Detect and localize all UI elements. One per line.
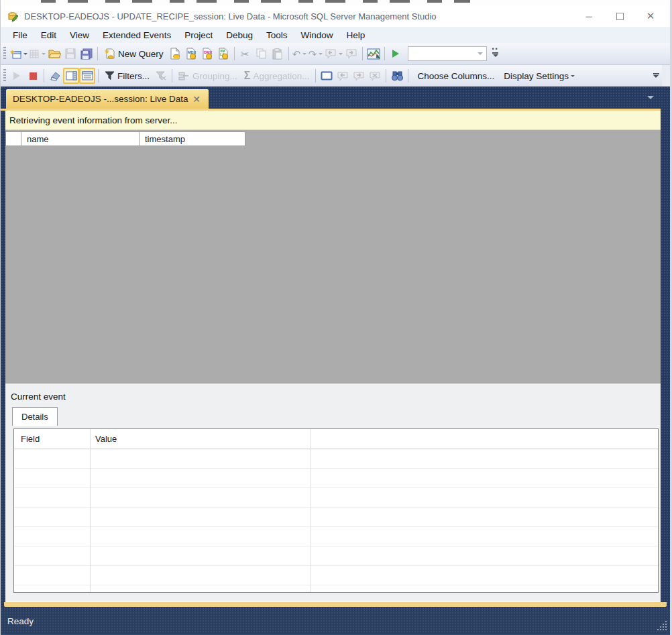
- choose-columns-label: Choose Columns...: [417, 71, 494, 81]
- grouping-label: Grouping...: [192, 71, 237, 81]
- overflow-bar-icon: [653, 73, 659, 74]
- undo-icon: ↶: [292, 49, 301, 59]
- menu-debug[interactable]: Debug: [219, 28, 260, 42]
- menu-extended-events[interactable]: Extended Events: [96, 28, 178, 42]
- minimize-button[interactable]: ─: [573, 7, 604, 25]
- menu-tools[interactable]: Tools: [260, 28, 294, 42]
- toggle-bookmark-button[interactable]: [319, 68, 335, 84]
- undo-button[interactable]: ↶: [292, 46, 308, 62]
- tab-close-icon[interactable]: ✕: [191, 94, 202, 105]
- live-data-document-tab[interactable]: DESKTOP-EADEOJS -...session: Live Data ✕: [6, 89, 209, 109]
- clear-bookmarks-button[interactable]: [367, 68, 383, 84]
- extended-events-toolbar: Filters... Grouping... Σ Aggregation...: [1, 64, 670, 86]
- close-button[interactable]: ✕: [635, 7, 666, 25]
- paste-button[interactable]: [270, 46, 286, 62]
- new-query-button[interactable]: ★ New Query: [101, 46, 167, 62]
- grouping-button[interactable]: Grouping...: [175, 68, 241, 84]
- ssms-window: DESKTOP-EADEOJS - UPDATE_RECIPE_session:…: [0, 0, 672, 635]
- toggle-column-layout-button[interactable]: [79, 68, 95, 84]
- menu-file[interactable]: File: [6, 28, 34, 42]
- document-tab-strip: DESKTOP-EADEOJS -...session: Live Data ✕: [1, 86, 661, 111]
- aggregation-button[interactable]: Σ Aggregation...: [241, 68, 313, 84]
- ssms-app-icon: [7, 11, 19, 22]
- database-engine-query-button[interactable]: [167, 46, 183, 62]
- new-project-button[interactable]: ★: [9, 46, 28, 62]
- menu-edit[interactable]: Edit: [34, 28, 63, 42]
- field-value-empty-row: [14, 469, 658, 488]
- clear-data-button[interactable]: [47, 68, 63, 84]
- filters-label: Filters...: [117, 71, 150, 81]
- toolbar-options-button[interactable]: [650, 67, 662, 84]
- maximize-button[interactable]: [604, 7, 635, 25]
- add-item-caret-icon: [42, 53, 46, 57]
- toolbar-separator: [384, 47, 385, 60]
- save-button[interactable]: [62, 46, 78, 62]
- cut-button[interactable]: ✂: [237, 46, 254, 62]
- play-icon: [392, 50, 399, 58]
- events-grid-header: name timestamp: [5, 131, 661, 146]
- events-grid: name timestamp: [5, 130, 661, 384]
- copy-button[interactable]: [254, 46, 270, 62]
- toolbar-combobox[interactable]: [408, 46, 487, 61]
- dmx-query-button[interactable]: DMX: [199, 46, 215, 62]
- add-item-button[interactable]: [28, 46, 46, 62]
- navigate-forward-button[interactable]: [343, 46, 359, 62]
- standard-toolbar: ★: [1, 43, 670, 64]
- current-event-pane: Current event Details Field Value: [5, 384, 661, 601]
- tab-list-dropdown-icon[interactable]: [647, 96, 654, 103]
- field-column-header[interactable]: Field: [14, 434, 90, 444]
- events-grid-column-name[interactable]: name: [21, 131, 139, 146]
- current-event-title: Current event: [11, 392, 661, 402]
- field-value-header: Field Value: [14, 429, 658, 449]
- toolbar-separator: [288, 47, 289, 60]
- activity-monitor-button[interactable]: [366, 46, 382, 62]
- display-settings-caret-icon: [571, 75, 575, 79]
- display-settings-label: Display Settings: [504, 71, 569, 81]
- redo-button[interactable]: ↷: [308, 46, 324, 62]
- navigate-backward-button[interactable]: [324, 46, 343, 62]
- xmla-query-button[interactable]: XM LA: [215, 46, 231, 62]
- execute-button[interactable]: [388, 46, 404, 62]
- events-grid-column-timestamp[interactable]: timestamp: [139, 131, 245, 146]
- live-data-document: Retrieving event information from server…: [5, 111, 661, 602]
- redo-caret-icon: [319, 53, 323, 57]
- menu-window[interactable]: Window: [294, 28, 339, 42]
- field-value-empty-row: [14, 488, 658, 508]
- find-button[interactable]: [389, 68, 405, 84]
- choose-columns-button[interactable]: Choose Columns...: [411, 68, 498, 84]
- next-bookmark-button[interactable]: [351, 68, 367, 84]
- field-value-empty-row: [14, 449, 658, 469]
- overflow-caret-icon: [493, 54, 498, 60]
- document-tab-label: DESKTOP-EADEOJS -...session: Live Data: [13, 94, 188, 104]
- close-icon: ✕: [647, 10, 655, 22]
- open-file-button[interactable]: [46, 46, 62, 62]
- field-value-table: Field Value: [13, 428, 659, 593]
- scissors-icon: ✂: [241, 49, 249, 59]
- toggle-details-pane-button[interactable]: [63, 68, 79, 84]
- toolbar-grip[interactable]: [3, 47, 6, 60]
- value-column-header[interactable]: Value: [90, 434, 117, 444]
- stop-feed-button[interactable]: [25, 68, 41, 84]
- stop-icon: [30, 72, 37, 80]
- toolbar-grip[interactable]: [3, 69, 6, 82]
- window-title: DESKTOP-EADEOJS - UPDATE_RECIPE_session:…: [24, 11, 573, 21]
- menu-view[interactable]: View: [63, 28, 96, 42]
- svg-text:★: ★: [9, 48, 15, 56]
- save-all-button[interactable]: [78, 46, 95, 62]
- menu-project[interactable]: Project: [178, 28, 219, 42]
- display-settings-button[interactable]: Display Settings: [498, 68, 578, 84]
- new-project-caret-icon: [23, 53, 27, 57]
- toolbar-separator: [315, 69, 316, 82]
- tab-details[interactable]: Details: [12, 407, 58, 426]
- field-value-empty-row: [14, 527, 658, 546]
- toolbar-options-button[interactable]: ••: [490, 45, 502, 62]
- resize-grip-icon[interactable]: [657, 621, 667, 630]
- clear-filters-button[interactable]: [153, 68, 169, 84]
- toolbar-separator: [44, 69, 44, 82]
- filters-button[interactable]: Filters...: [101, 68, 153, 84]
- start-feed-button[interactable]: [9, 68, 25, 84]
- mdx-query-button[interactable]: MDX: [183, 46, 199, 62]
- status-bar: Ready: [1, 609, 670, 635]
- previous-bookmark-button[interactable]: [335, 68, 351, 84]
- menu-help[interactable]: Help: [340, 28, 372, 42]
